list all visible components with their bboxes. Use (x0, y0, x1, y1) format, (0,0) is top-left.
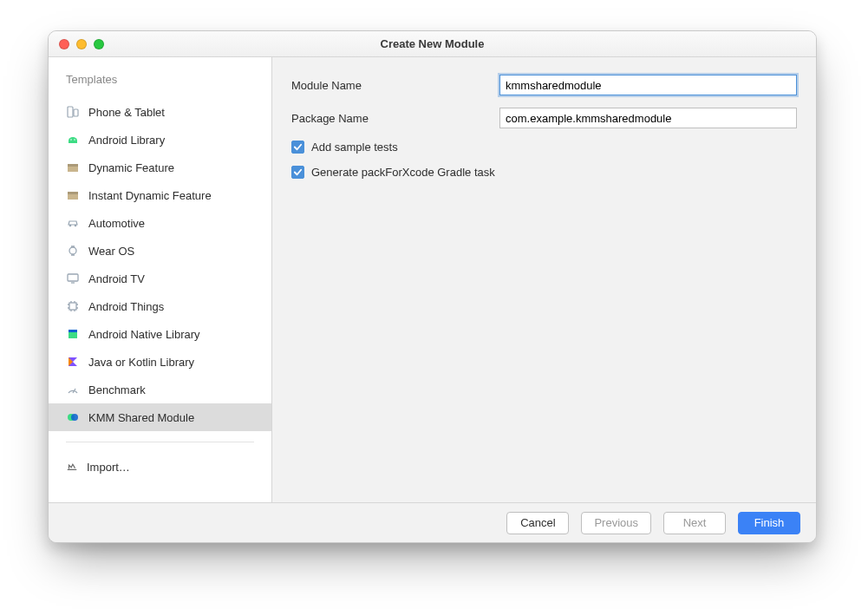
import-icon (66, 460, 78, 475)
tv-icon (66, 272, 80, 285)
template-item-label: Benchmark (88, 383, 146, 396)
dialog-title: Create New Module (49, 37, 816, 50)
svg-rect-11 (68, 274, 78, 281)
template-item-benchmark[interactable]: Benchmark (49, 376, 271, 403)
module-name-input[interactable] (499, 75, 797, 95)
package-name-input[interactable] (499, 108, 797, 128)
car-icon (66, 216, 80, 230)
gen-pack-checkbox[interactable] (291, 166, 304, 179)
template-item-automotive[interactable]: Automotive (49, 209, 271, 237)
svg-rect-12 (69, 303, 76, 310)
template-item-label: Dynamic Feature (88, 161, 174, 174)
sidebar-divider (66, 442, 254, 442)
cancel-button[interactable]: Cancel (506, 512, 569, 534)
package-name-label: Package Name (291, 112, 491, 125)
android-icon (66, 133, 80, 147)
template-item-instant-dynamic-feature[interactable]: Instant Dynamic Feature (49, 181, 271, 209)
template-item-phone-tablet[interactable]: Phone & Tablet (49, 98, 271, 126)
import-action[interactable]: Import… (49, 453, 271, 481)
template-item-dynamic-feature[interactable]: Dynamic Feature (49, 154, 271, 181)
template-list: Phone & TabletAndroid LibraryDynamic Fea… (49, 95, 271, 431)
next-button[interactable]: Next (663, 512, 726, 534)
create-module-dialog: Create New Module Templates Phone & Tabl… (48, 30, 817, 543)
svg-point-2 (70, 139, 72, 141)
template-item-label: Automotive (88, 217, 145, 230)
box-icon (66, 188, 80, 202)
module-name-label: Module Name (291, 79, 491, 92)
dialog-footer: Cancel Previous Next Finish (49, 502, 816, 542)
add-tests-label: Add sample tests (311, 141, 398, 154)
kmm-icon (66, 410, 80, 424)
svg-point-3 (74, 139, 75, 141)
box-icon (66, 160, 80, 174)
chip-icon (66, 299, 80, 313)
add-tests-row[interactable]: Add sample tests (291, 141, 797, 154)
template-item-android-tv[interactable]: Android TV (49, 265, 271, 292)
template-item-java-or-kotlin-library[interactable]: Java or Kotlin Library (49, 348, 271, 376)
svg-point-16 (71, 414, 78, 421)
kotlin-icon (66, 355, 80, 369)
finish-button[interactable]: Finish (738, 512, 800, 534)
sidebar-header: Templates (49, 57, 271, 95)
svg-rect-7 (68, 192, 78, 194)
template-item-android-things[interactable]: Android Things (49, 292, 271, 320)
svg-point-8 (69, 225, 72, 227)
svg-point-10 (69, 247, 76, 254)
svg-rect-1 (74, 109, 78, 116)
main-panel: Module Name Package Name Add sample test… (272, 57, 816, 502)
svg-rect-14 (69, 330, 77, 332)
import-label: Import… (87, 461, 130, 474)
module-form: Module Name Package Name Add sample test… (272, 57, 816, 196)
close-icon[interactable] (59, 39, 69, 49)
templates-sidebar: Templates Phone & TabletAndroid LibraryD… (49, 57, 272, 502)
native-icon (66, 327, 80, 341)
template-item-label: Wear OS (88, 245, 134, 258)
template-item-wear-os[interactable]: Wear OS (49, 237, 271, 265)
gauge-icon (66, 383, 80, 396)
gen-pack-label: Generate packForXcode Gradle task (311, 166, 495, 179)
template-item-label: Java or Kotlin Library (88, 356, 194, 369)
titlebar: Create New Module (49, 31, 816, 57)
template-item-label: KMM Shared Module (88, 411, 194, 424)
template-item-android-library[interactable]: Android Library (49, 126, 271, 154)
svg-rect-0 (68, 107, 73, 117)
template-item-label: Instant Dynamic Feature (88, 189, 212, 202)
add-tests-checkbox[interactable] (291, 141, 304, 154)
phone-tablet-icon (66, 105, 80, 119)
svg-rect-5 (68, 164, 78, 167)
minimize-icon[interactable] (76, 39, 87, 49)
template-item-android-native-library[interactable]: Android Native Library (49, 320, 271, 348)
window-controls (59, 39, 104, 49)
template-item-label: Phone & Tablet (88, 106, 165, 119)
previous-button[interactable]: Previous (581, 512, 651, 534)
zoom-icon[interactable] (94, 39, 104, 49)
template-item-label: Android Native Library (88, 328, 200, 341)
gen-pack-row[interactable]: Generate packForXcode Gradle task (291, 166, 797, 179)
watch-icon (66, 244, 80, 258)
svg-point-9 (75, 225, 77, 227)
template-item-label: Android Library (88, 134, 165, 147)
template-item-label: Android Things (88, 300, 164, 313)
template-item-label: Android TV (88, 272, 145, 285)
template-item-kmm-shared-module[interactable]: KMM Shared Module (49, 403, 271, 431)
